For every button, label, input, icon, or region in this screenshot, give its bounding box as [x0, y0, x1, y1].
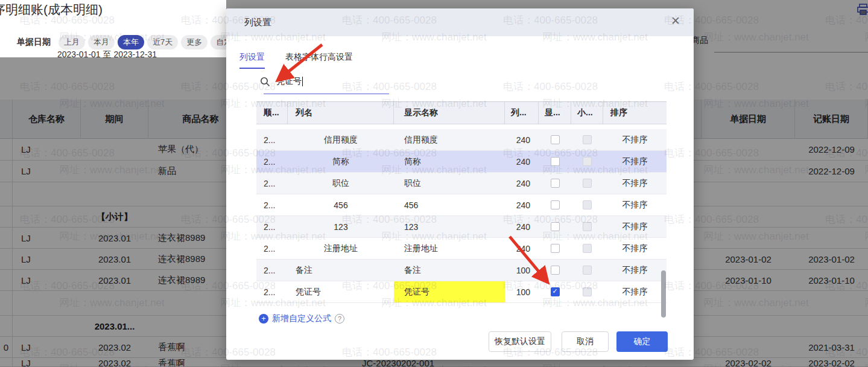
- cell-column-width: 240: [505, 151, 539, 172]
- plus-icon: +: [259, 314, 268, 324]
- cell-seq: 2...: [256, 151, 288, 172]
- add-formula-row: + 新增自定义公式 ?: [259, 313, 344, 324]
- cell-column-width: 240: [505, 194, 539, 215]
- cell-subtotal: [571, 260, 603, 281]
- cell-sort: 不排序: [603, 216, 667, 237]
- column-setting-row[interactable]: 2...信用额度信用额度240不排序: [256, 129, 667, 151]
- cell-column-width: 240: [505, 216, 539, 237]
- column-setting-row[interactable]: 2...职位职位240不排序: [256, 173, 667, 194]
- cell-subtotal: [571, 281, 603, 302]
- cell-column-name: 简称: [288, 151, 394, 172]
- cell-column-width: 240: [505, 238, 539, 259]
- search-icon: [260, 77, 270, 87]
- watermark-text: 电话：400-665-0028: [342, 80, 437, 94]
- cell-sort: 不排序: [603, 238, 667, 259]
- scrollbar-thumb[interactable]: [661, 270, 666, 318]
- subtotal-checkbox: [583, 200, 592, 209]
- cell-column-name: 456: [288, 194, 394, 215]
- cell-seq: 2...: [256, 129, 288, 150]
- search-input[interactable]: 凭证号: [260, 76, 303, 87]
- subtotal-checkbox: [583, 222, 592, 231]
- cell-sort: 不排序: [603, 173, 667, 194]
- cell-column-name: 注册地址: [288, 238, 394, 259]
- confirm-button[interactable]: 确定: [616, 331, 668, 352]
- cell-subtotal: [571, 238, 603, 259]
- show-checkbox[interactable]: [551, 222, 560, 231]
- cell-seq: 2...: [256, 194, 288, 215]
- show-checkbox[interactable]: [551, 135, 560, 144]
- column-setting-row[interactable]: 2...456456240不排序: [256, 194, 667, 216]
- show-checkbox[interactable]: [551, 179, 560, 188]
- col-header-name: 列名: [288, 102, 394, 124]
- column-settings-modal: 列设置 ✕ 列设置 表格字体行高设置 凭证号 顺... 列名 显示名称 列...…: [226, 8, 694, 360]
- cell-display-name: 凭证号: [394, 281, 505, 302]
- close-icon[interactable]: ✕: [671, 15, 680, 27]
- col-header-subtotal: 小...: [571, 102, 603, 124]
- show-checkbox[interactable]: [551, 200, 560, 209]
- cell-display-name: 456: [394, 194, 505, 215]
- add-formula-link[interactable]: 新增自定义公式: [272, 313, 331, 324]
- cell-sort: 不排序: [603, 151, 667, 172]
- cell-display-name: 简称: [394, 151, 505, 172]
- cell-sort: 不排序: [603, 281, 667, 302]
- cell-show: [539, 281, 571, 302]
- cell-subtotal: [571, 194, 603, 215]
- subtotal-checkbox: [583, 244, 592, 253]
- column-setting-row[interactable]: 2...注册地址注册地址240不排序: [256, 238, 667, 260]
- search-input-value: 凭证号: [276, 76, 302, 87]
- doc-date-label: 单据日期: [17, 37, 51, 48]
- cancel-button[interactable]: 取消: [562, 331, 609, 352]
- restore-defaults-button[interactable]: 恢复默认设置: [489, 331, 551, 352]
- page-title-wrap: 序明细账(成本明细): [0, 1, 223, 21]
- table-spacer: [256, 124, 667, 129]
- col-header-display: 显示名称: [394, 102, 505, 124]
- cell-sort: 不排序: [603, 194, 667, 215]
- watermark-text: 电话：400-665-0028: [503, 80, 598, 94]
- cell-show: [539, 238, 571, 259]
- cell-show: [539, 129, 571, 150]
- help-icon[interactable]: ?: [335, 314, 344, 324]
- column-setting-row[interactable]: 2...凭证号凭证号100不排序: [256, 281, 667, 303]
- column-setting-row[interactable]: 2...备注备注100不排序: [256, 260, 667, 281]
- cell-display-name: 信用额度: [394, 129, 505, 150]
- pill-this-month: 本月: [88, 35, 115, 49]
- cell-column-name: 职位: [288, 173, 394, 194]
- date-filter-row: 单据日期 上月 本月 本年 近7天 更多 自定义: [17, 35, 245, 49]
- cell-show: [539, 173, 571, 194]
- cell-column-name: 凭证号: [288, 281, 394, 302]
- cell-seq: 2...: [256, 281, 288, 302]
- watermark-text: 电话：400-665-0028: [664, 279, 694, 293]
- cell-show: [539, 216, 571, 237]
- modal-header: 列设置: [226, 8, 694, 36]
- show-checkbox[interactable]: [551, 244, 560, 253]
- subtotal-checkbox: [583, 179, 592, 188]
- cell-sort: 不排序: [603, 260, 667, 281]
- column-setting-row[interactable]: 2...简称简称240不排序: [256, 151, 667, 173]
- cell-seq: 2...: [256, 260, 288, 281]
- watermark-text: 电话：400-665-0028: [664, 80, 694, 94]
- text-caret: [302, 77, 303, 86]
- subtotal-checkbox: [583, 287, 592, 296]
- columns-table-body: 2...信用额度信用额度240不排序2...简称简称240不排序2...职位职位…: [256, 129, 667, 303]
- modal-title: 列设置: [244, 17, 271, 28]
- cell-subtotal: [571, 173, 603, 194]
- column-setting-row[interactable]: 2...123123240不排序: [256, 216, 667, 238]
- page-title: 序明细账(成本明细): [0, 1, 216, 18]
- cell-sort: 不排序: [603, 129, 667, 150]
- cell-column-name: 信用额度: [288, 129, 394, 150]
- cell-show: [539, 194, 571, 215]
- tab-font-row-height[interactable]: 表格字体行高设置: [285, 52, 353, 69]
- cell-display-name: 职位: [394, 173, 505, 194]
- show-checkbox[interactable]: [551, 266, 560, 275]
- show-checkbox[interactable]: [551, 157, 560, 166]
- columns-table: 顺... 列名 显示名称 列... 显... 小... 排序 2...信用额度信…: [256, 101, 667, 303]
- cell-seq: 2...: [256, 216, 288, 237]
- show-checkbox[interactable]: [551, 287, 560, 296]
- subtotal-checkbox: [583, 157, 592, 166]
- cell-subtotal: [571, 216, 603, 237]
- pill-more: 更多: [181, 35, 207, 49]
- cell-display-name: 备注: [394, 260, 505, 281]
- tab-column-settings[interactable]: 列设置: [239, 52, 265, 69]
- cell-column-name: 备注: [288, 260, 394, 281]
- subtotal-checkbox: [583, 266, 592, 275]
